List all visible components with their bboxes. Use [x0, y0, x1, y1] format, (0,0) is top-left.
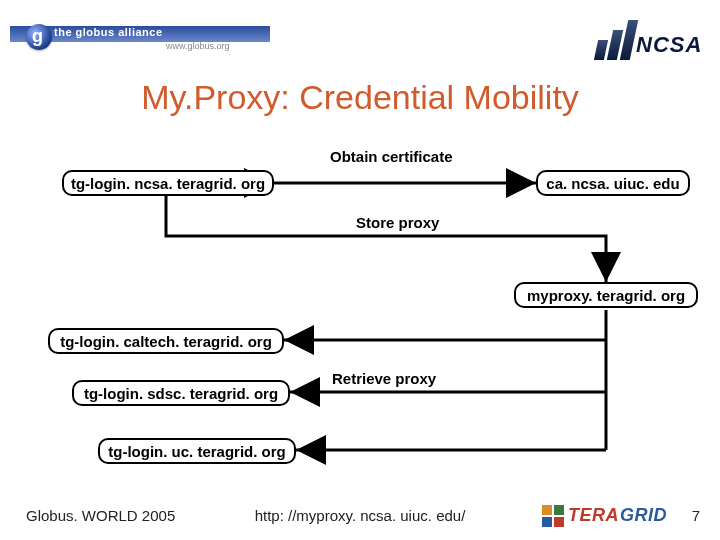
teragrid-mark-icon — [542, 505, 564, 527]
label-retrieve-proxy: Retrieve proxy — [332, 370, 436, 387]
box-ca-ncsa-uiuc: ca. ncsa. uiuc. edu — [536, 170, 690, 196]
box-tg-login-sdsc: tg-login. sdsc. teragrid. org — [72, 380, 290, 406]
box-label: ca. ncsa. uiuc. edu — [546, 175, 679, 192]
teragrid-text-a: TERA — [568, 505, 619, 526]
box-label: tg-login. caltech. teragrid. org — [60, 333, 272, 350]
box-myproxy-teragrid: myproxy. teragrid. org — [514, 282, 698, 308]
globus-url: www.globus.org — [166, 41, 230, 51]
globus-text: the globus alliance — [54, 26, 163, 38]
label-obtain-certificate: Obtain certificate — [330, 148, 453, 165]
slide: g the globus alliance www.globus.org NCS… — [0, 0, 720, 540]
box-label: tg-login. sdsc. teragrid. org — [84, 385, 278, 402]
globus-g-icon: g — [32, 26, 43, 47]
label-store-proxy: Store proxy — [356, 214, 439, 231]
box-tg-login-ncsa: tg-login. ncsa. teragrid. org — [62, 170, 274, 196]
teragrid-logo: TERA GRID — [542, 502, 672, 530]
box-label: tg-login. uc. teragrid. org — [108, 443, 286, 460]
globus-alliance-logo: g the globus alliance www.globus.org — [10, 26, 270, 58]
teragrid-text-b: GRID — [620, 505, 667, 526]
ncsa-logo: NCSA — [592, 18, 702, 76]
box-tg-login-caltech: tg-login. caltech. teragrid. org — [48, 328, 284, 354]
ncsa-text: NCSA — [636, 32, 702, 58]
page-title: My.Proxy: Credential Mobility — [0, 78, 720, 117]
box-label: tg-login. ncsa. teragrid. org — [71, 175, 265, 192]
box-label: myproxy. teragrid. org — [527, 287, 685, 304]
page-number: 7 — [692, 507, 700, 524]
box-tg-login-uc: tg-login. uc. teragrid. org — [98, 438, 296, 464]
